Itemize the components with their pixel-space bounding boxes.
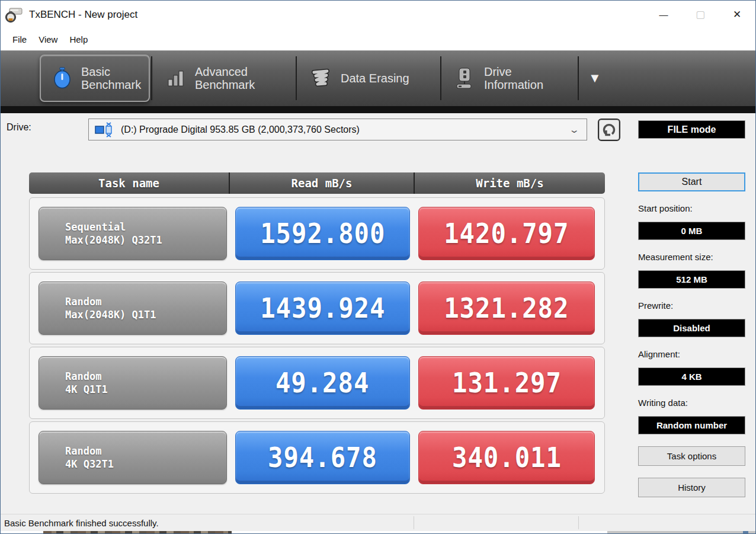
read-value: 394.678 xyxy=(235,431,410,484)
read-value: 1592.800 xyxy=(235,207,410,260)
header-task-name: Task name xyxy=(29,172,229,194)
task-name-line2: Max(2048K) Q32T1 xyxy=(65,234,226,247)
benchmark-rows: Sequential Max(2048K) Q32T1 1592.800 142… xyxy=(29,197,605,496)
read-value: 1439.924 xyxy=(235,282,410,335)
app-window: TxBENCH - New project — ▢ ✕ File View He… xyxy=(0,0,756,534)
task-button-random-max-q1t1[interactable]: Random Max(2048K) Q1T1 xyxy=(39,282,227,335)
writing-data-field: Writing data: Random number xyxy=(638,398,745,434)
table-header: Task name Read mB/s Write mB/s xyxy=(29,172,605,194)
menu-bar: File View Help xyxy=(1,28,755,50)
writing-data-value[interactable]: Random number xyxy=(638,416,745,434)
main-content: Drive: (D:) Prograde Digital 953.85 GB (… xyxy=(1,113,755,514)
tabbar-bottom-strip xyxy=(1,106,755,113)
alignment-label: Alignment: xyxy=(638,349,745,360)
title-bar: TxBENCH - New project — ▢ ✕ xyxy=(1,1,755,28)
drive-label: Drive: xyxy=(7,122,31,133)
settings-sidebar: Start Start position: 0 MB Measurement s… xyxy=(638,172,745,497)
read-value: 49.284 xyxy=(235,356,410,410)
menu-help[interactable]: Help xyxy=(63,32,94,47)
start-button[interactable]: Start xyxy=(638,172,745,191)
task-button-sequential-q32t1[interactable]: Sequential Max(2048K) Q32T1 xyxy=(39,207,227,260)
maximize-button[interactable]: ▢ xyxy=(682,1,719,28)
file-mode-button[interactable]: FILE mode xyxy=(638,120,745,139)
status-separator xyxy=(414,516,414,529)
task-options-button[interactable]: Task options xyxy=(638,446,745,466)
tab-basic-benchmark[interactable]: BasicBenchmark xyxy=(40,55,150,102)
write-value: 1420.797 xyxy=(418,207,595,260)
desktop-blue-sliver xyxy=(743,531,748,533)
task-name-line1: Sequential xyxy=(65,220,226,234)
prewrite-field: Prewrite: Disabled xyxy=(638,300,745,337)
alignment-value[interactable]: 4 KB xyxy=(638,367,745,386)
status-message: Basic Benchmark finished successfully. xyxy=(1,518,159,528)
measurement-size-label: Measurement size: xyxy=(638,252,745,263)
menu-file[interactable]: File xyxy=(7,32,33,47)
measurement-size-field: Measurement size: 512 MB xyxy=(638,252,745,289)
tab-label: DriveInformation xyxy=(484,65,543,92)
task-name-line1: Random xyxy=(65,445,226,458)
table-row: Random 4K Q32T1 394.678 340.011 xyxy=(29,421,605,494)
bar-chart-icon xyxy=(166,69,185,87)
alignment-field: Alignment: 4 KB xyxy=(638,349,745,386)
tab-label: BasicBenchmark xyxy=(81,65,141,92)
drive-select-value: (D:) Prograde Digital 953.85 GB (2,000,3… xyxy=(121,124,571,135)
tab-drive-information[interactable]: DriveInformation xyxy=(443,55,576,102)
menu-view[interactable]: View xyxy=(33,32,63,47)
window-controls: — ▢ ✕ xyxy=(645,1,755,28)
drive-icon xyxy=(456,67,475,89)
header-read: Read mB/s xyxy=(229,172,414,194)
status-separator xyxy=(578,516,579,529)
prewrite-value[interactable]: Disabled xyxy=(638,319,745,337)
start-position-value[interactable]: 0 MB xyxy=(638,222,745,240)
tab-label: AdvancedBenchmark xyxy=(195,65,255,92)
history-button[interactable]: History xyxy=(638,478,745,497)
minimize-button[interactable]: — xyxy=(645,1,682,28)
table-row: Random Max(2048K) Q1T1 1439.924 1321.282 xyxy=(29,272,605,344)
write-value: 131.297 xyxy=(418,356,595,410)
measurement-size-value[interactable]: 512 MB xyxy=(638,270,745,289)
scribble-icon xyxy=(311,69,331,88)
task-name-line2: Max(2048K) Q1T1 xyxy=(65,308,226,321)
start-position-field: Start position: 0 MB xyxy=(638,203,745,240)
removable-drive-icon xyxy=(95,122,115,138)
tab-divider xyxy=(296,56,297,100)
desktop-gray-sliver xyxy=(607,531,755,533)
tab-label: Data Erasing xyxy=(341,72,409,85)
status-bar: Basic Benchmark finished successfully. xyxy=(1,514,755,531)
stopwatch-icon xyxy=(53,67,72,89)
refresh-drives-button[interactable] xyxy=(598,119,620,141)
header-write: Write mB/s xyxy=(414,172,605,194)
tab-overflow-icon[interactable]: ▼ xyxy=(588,71,601,86)
tab-divider xyxy=(440,56,441,100)
table-row: Random 4K Q1T1 49.284 131.297 xyxy=(29,347,605,419)
task-name-line2: 4K Q1T1 xyxy=(65,383,226,396)
start-position-label: Start position: xyxy=(638,203,745,215)
write-value: 1321.282 xyxy=(418,282,595,335)
prewrite-label: Prewrite: xyxy=(638,300,745,312)
task-button-random-4k-q32t1[interactable]: Random 4K Q32T1 xyxy=(39,431,227,484)
close-button[interactable]: ✕ xyxy=(719,1,755,28)
chevron-down-icon: ⌄ xyxy=(569,124,580,135)
window-title: TxBENCH - New project xyxy=(29,9,137,21)
task-name-line1: Random xyxy=(65,295,226,308)
tab-data-erasing[interactable]: Data Erasing xyxy=(298,55,439,102)
app-icon xyxy=(5,6,23,24)
write-value: 340.011 xyxy=(418,431,595,484)
drive-select[interactable]: (D:) Prograde Digital 953.85 GB (2,000,3… xyxy=(88,119,587,140)
refresh-icon xyxy=(602,123,616,137)
tab-bar: BasicBenchmark AdvancedBenchmark Data Er… xyxy=(1,50,755,106)
task-name-line1: Random xyxy=(65,370,226,383)
table-row: Sequential Max(2048K) Q32T1 1592.800 142… xyxy=(29,197,605,270)
desktop-background-strip xyxy=(1,531,755,533)
desktop-wallpaper-sliver xyxy=(43,531,232,533)
tab-advanced-benchmark[interactable]: AdvancedBenchmark xyxy=(153,55,294,102)
task-name-line2: 4K Q32T1 xyxy=(65,458,226,471)
tab-divider xyxy=(151,56,152,100)
task-button-random-4k-q1t1[interactable]: Random 4K Q1T1 xyxy=(39,356,227,410)
writing-data-label: Writing data: xyxy=(638,398,745,409)
tab-divider xyxy=(578,56,579,100)
